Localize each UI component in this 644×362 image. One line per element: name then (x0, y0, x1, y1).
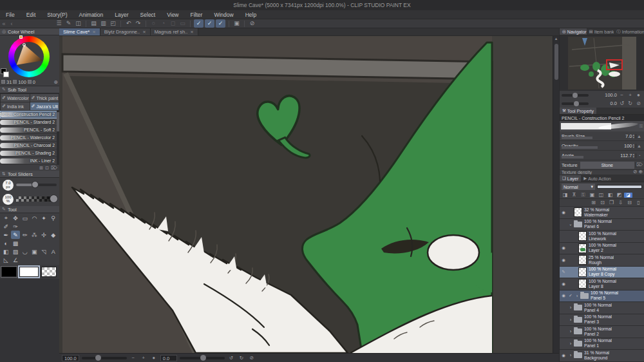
close-tab-icon[interactable]: ✕ (92, 30, 95, 35)
texture-property[interactable]: Texture Stone ⌦ (560, 160, 644, 170)
auto-select-tool[interactable]: ✦ (39, 214, 49, 222)
brush-item[interactable]: PENCIL - Soft 2 (0, 126, 59, 134)
new-vector-layer-icon[interactable]: ⊡ (598, 200, 607, 205)
collapse-left2-icon[interactable]: ‹ (8, 21, 15, 27)
main-color-swatch[interactable] (1, 267, 17, 277)
brush-item[interactable]: PENCIL - Shading 2 (0, 149, 59, 157)
reset-display-icon[interactable]: ⊘ (247, 19, 257, 28)
new-file-icon[interactable]: ▤ (89, 19, 99, 28)
color-settings-icon[interactable]: ◫ (73, 19, 83, 28)
tone-tool[interactable]: ▩ (11, 239, 21, 247)
reset-view-icon[interactable]: ⊘ (248, 355, 256, 361)
navigator-rotation-slider[interactable] (562, 102, 589, 105)
brush-item[interactable]: PENCIL - Construction Pencil 2 (0, 111, 59, 119)
eraser-tool[interactable]: ◆ (48, 231, 58, 239)
brush-size-property[interactable]: Brush Size 7.0▴▾ ▲ (560, 131, 644, 141)
sub-color-swatch[interactable] (19, 267, 39, 277)
transfer-layer-icon[interactable]: ⇩ (616, 200, 625, 205)
tab-tool-property[interactable]: ⚒Tool Property (560, 108, 596, 114)
opacity-slider[interactable] (16, 196, 57, 202)
text-tool[interactable]: A (48, 247, 58, 256)
menu-story[interactable]: Story(P) (41, 12, 73, 18)
scroll-up-icon[interactable]: ▴ (555, 36, 558, 41)
main-menu-icon[interactable]: ☰ (54, 19, 64, 28)
selection-tool[interactable]: ▭ (20, 214, 30, 222)
opacity-property[interactable]: Opacity 100▴▾ ▲ (560, 141, 644, 151)
layer-thumbnail[interactable] (574, 207, 582, 217)
menu-layer[interactable]: Layer (109, 12, 134, 18)
menu-filter[interactable]: Filter (185, 12, 209, 18)
zoom-tool[interactable]: ⚲ (48, 214, 58, 222)
brush-item[interactable]: INK - Liner 2 (0, 157, 59, 165)
navigator-preview[interactable] (560, 35, 644, 91)
duplicate-subtool-icon[interactable]: ⊡ (45, 166, 49, 171)
menu-window[interactable]: Window (208, 12, 239, 18)
layer-thumbnail[interactable] (578, 255, 587, 265)
layer-color-icon[interactable]: ◪ (624, 193, 632, 198)
close-tab-icon[interactable]: ✕ (142, 30, 146, 35)
curve-tool[interactable]: ◡ (20, 247, 30, 256)
visibility-eye-icon[interactable]: ◉ (560, 245, 567, 251)
invert-selection-icon[interactable]: ◔ (158, 19, 168, 28)
layer-row-panel5[interactable]: ◉ ✓ › 100 % NormalPanel 5 (560, 291, 644, 303)
undo-icon[interactable]: ↶ (124, 19, 133, 28)
delete-layer-icon[interactable]: ▯ (634, 200, 643, 205)
figure-tool[interactable]: ◹ (39, 247, 49, 256)
eyedropper-tool[interactable]: ✐ (1, 222, 11, 231)
lock-transparent-icon[interactable]: ▣ (588, 192, 596, 198)
blend-tool[interactable]: ✑ (11, 222, 21, 231)
tab-layer[interactable]: ❏Layer (560, 175, 581, 182)
angle-dial-icon[interactable]: ◔ (636, 153, 642, 158)
rotate-right-icon[interactable]: ↻ (238, 355, 245, 361)
layer-opacity-slider[interactable] (597, 185, 642, 189)
line-tool[interactable]: ◺ (1, 256, 11, 264)
zoom-in-icon[interactable]: + (140, 355, 147, 361)
menu-edit[interactable]: Edit (21, 12, 42, 18)
visibility-eye-icon[interactable]: ◉ (560, 210, 567, 215)
check-icon[interactable]: ✓ (567, 293, 574, 298)
visibility-eye-icon[interactable]: ◉ (560, 353, 567, 358)
delete-subtool-icon[interactable]: ⌦ (51, 166, 57, 171)
open-file-icon[interactable]: ▥ (99, 19, 108, 28)
delete-texture-icon[interactable]: ⌦ (636, 162, 642, 167)
zoom-reset-icon[interactable]: ● (150, 355, 158, 361)
expand-caret-icon[interactable]: ⌄ (567, 222, 574, 227)
group-watercolor[interactable]: ✐Watercolor (1, 94, 30, 102)
menu-view[interactable]: View (161, 12, 184, 18)
pen-tool[interactable]: ✒ (1, 231, 11, 239)
brush-item[interactable]: PENCIL - Standard 2 (0, 119, 59, 126)
brush-size-slider[interactable] (16, 184, 57, 186)
sv-marker[interactable] (23, 43, 26, 46)
layer-row-layer8-copy[interactable]: ✎ 100 % NormalLayer 8 Copy (560, 267, 644, 279)
canvas-rotation-value[interactable]: 0.0 (160, 355, 177, 361)
canvas-zoom-value[interactable]: 100.0 (62, 355, 79, 361)
airbrush-tool[interactable]: ⁂ (30, 231, 39, 239)
layer-row-panel2[interactable]: › 100 % NormalPanel 2 (560, 326, 644, 338)
snap-to-ruler-icon[interactable]: ✓ (194, 19, 204, 28)
decoration-tool[interactable]: ✢ (39, 231, 49, 239)
new-layer-icon[interactable]: ⊞ (589, 200, 598, 205)
ruler-tool[interactable]: ∠ (11, 256, 21, 264)
operation-tool[interactable]: ⌖ (1, 214, 11, 222)
export-file-icon[interactable]: ◰ (108, 19, 118, 28)
mini-sub-color[interactable] (3, 71, 9, 77)
saturation-value[interactable]: 100 (18, 79, 26, 85)
layer-thumbnail[interactable] (578, 267, 587, 277)
scrollbar-thumb[interactable] (554, 44, 558, 80)
brush-item[interactable]: PENCIL - Watercolor 2 (0, 134, 59, 142)
mask-icon[interactable]: ◫ (597, 192, 605, 198)
layer-row-layer8[interactable]: ◉ 100 % NormalLayer 8 (560, 278, 644, 291)
close-tab-icon[interactable]: ✕ (190, 30, 193, 35)
layer-thumbnail[interactable] (578, 279, 587, 289)
canvas-vertical-scrollbar[interactable]: ▴ (553, 36, 559, 353)
visibility-eye-icon[interactable]: ◉ (560, 258, 567, 263)
deselect-icon[interactable]: ○ (149, 19, 158, 28)
collapsed-caret-icon[interactable]: › (567, 329, 574, 334)
select-area-icon[interactable]: ◻ (168, 19, 178, 28)
mini-color-swatches[interactable] (1, 68, 9, 77)
reference-layer-icon[interactable]: ◩ (615, 192, 623, 198)
brush-item[interactable]: PENCIL - Charcoal 2 (0, 142, 59, 149)
brush-settings-icon[interactable]: ✎ (64, 19, 73, 28)
merge-layer-icon[interactable]: ⊟ (625, 200, 634, 205)
lasso-tool[interactable]: ◠ (30, 214, 39, 222)
